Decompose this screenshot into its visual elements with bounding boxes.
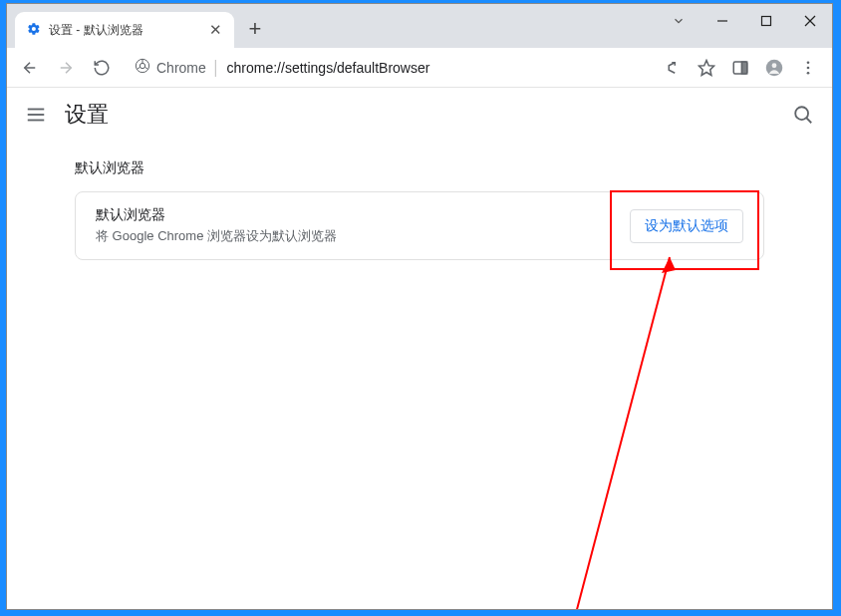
svg-point-18 — [807, 66, 810, 69]
svg-point-16 — [772, 63, 777, 68]
omnibox-separator: │ — [212, 60, 221, 76]
back-button[interactable] — [15, 53, 45, 83]
card-subtitle: 将 Google Chrome 浏览器设为默认浏览器 — [96, 227, 337, 245]
default-browser-section: 默认浏览器 默认浏览器 将 Google Chrome 浏览器设为默认浏览器 设… — [7, 142, 832, 260]
search-icon[interactable] — [792, 104, 814, 126]
close-window-button[interactable] — [788, 6, 832, 36]
svg-line-24 — [806, 118, 811, 123]
svg-rect-1 — [762, 17, 771, 26]
default-browser-card: 默认浏览器 将 Google Chrome 浏览器设为默认浏览器 设为默认选项 — [75, 191, 764, 260]
svg-point-23 — [795, 107, 808, 120]
close-tab-icon[interactable]: ✕ — [209, 21, 222, 39]
svg-point-19 — [807, 71, 810, 74]
svg-line-25 — [570, 257, 670, 609]
chrome-window: 设置 - 默认浏览器 ✕ + — [6, 3, 833, 610]
svg-point-7 — [140, 63, 144, 68]
toolbar: Chrome │ chrome://settings/defaultBrowse… — [7, 48, 832, 88]
address-bar[interactable]: Chrome │ chrome://settings/defaultBrowse… — [123, 53, 651, 83]
set-default-button[interactable]: 设为默认选项 — [630, 209, 743, 243]
svg-line-9 — [137, 67, 140, 69]
svg-rect-14 — [742, 62, 747, 74]
svg-line-10 — [144, 67, 147, 69]
share-icon[interactable] — [657, 53, 689, 83]
forward-button — [51, 53, 81, 83]
page-title: 设置 — [65, 100, 109, 130]
bookmark-star-icon[interactable] — [691, 53, 722, 83]
page-content: 设置 默认浏览器 默认浏览器 将 Google Chrome 浏览器设为默认浏览… — [7, 88, 832, 609]
chevron-down-icon[interactable] — [657, 6, 701, 36]
card-title: 默认浏览器 — [96, 206, 337, 224]
minimize-button[interactable] — [701, 6, 744, 36]
svg-marker-11 — [700, 60, 714, 75]
profile-icon[interactable] — [758, 53, 790, 83]
omnibox-url: chrome://settings/defaultBrowser — [227, 60, 430, 76]
maximize-button[interactable] — [744, 6, 788, 36]
toolbar-actions — [657, 53, 824, 83]
settings-header: 设置 — [7, 88, 832, 142]
tab-strip: 设置 - 默认浏览器 ✕ + — [7, 4, 832, 48]
menu-kebab-icon[interactable] — [792, 53, 824, 83]
section-title: 默认浏览器 — [75, 159, 764, 177]
gear-icon — [27, 22, 41, 39]
hamburger-menu-icon[interactable] — [25, 104, 47, 126]
reload-button[interactable] — [87, 53, 117, 83]
annotation-arrow — [550, 237, 690, 609]
chrome-icon — [135, 58, 150, 77]
window-controls — [657, 6, 832, 36]
side-panel-icon[interactable] — [724, 53, 756, 83]
browser-tab[interactable]: 设置 - 默认浏览器 ✕ — [15, 12, 234, 48]
tab-title: 设置 - 默认浏览器 — [49, 22, 201, 39]
new-tab-button[interactable]: + — [242, 16, 268, 42]
omnibox-app: Chrome — [156, 60, 206, 76]
svg-point-17 — [807, 61, 810, 64]
